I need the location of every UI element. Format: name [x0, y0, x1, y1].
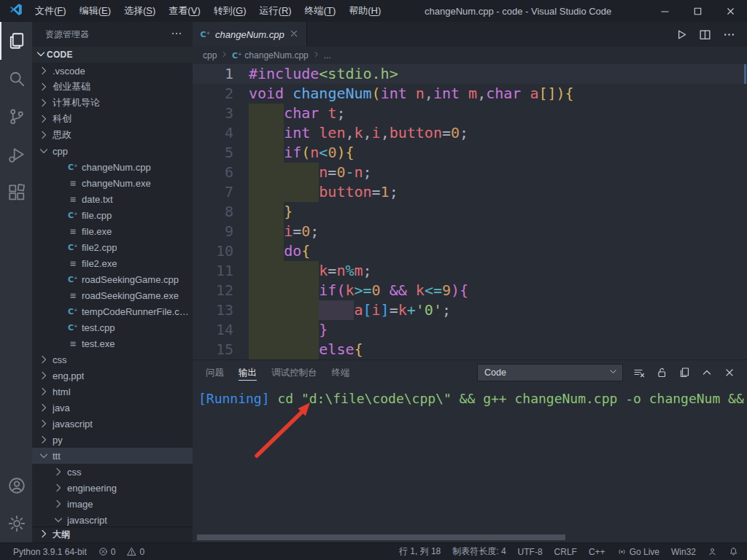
workspace-section-header[interactable]: CODE [32, 47, 193, 63]
panel-tab[interactable]: 输出 [239, 360, 257, 385]
menu-item[interactable]: 选择(S) [117, 0, 162, 22]
tree-item[interactable]: image [32, 496, 193, 512]
window-control-minimize[interactable] [649, 0, 681, 22]
code-line-13[interactable]: 13 a[i]=k+'0'; [193, 300, 747, 320]
tree-item[interactable]: C⁺file.cpp [32, 207, 193, 223]
tree-item[interactable]: ≡roadSeekingGame.exe [32, 287, 193, 303]
tree-item[interactable]: eng,ppt [32, 368, 193, 384]
code-line-9[interactable]: 9 i=0; [193, 222, 747, 241]
status-item-win32[interactable]: Win32 [671, 547, 696, 557]
panel-tab[interactable]: 调试控制台 [271, 360, 317, 385]
close-icon[interactable] [724, 367, 735, 378]
code-line-12[interactable]: 12 if(k>=0 && k<=9){ [193, 281, 747, 300]
code-line-6[interactable]: 6 n=0-n; [193, 163, 747, 182]
code-line-14[interactable]: 14 } [193, 320, 747, 340]
window-control-close[interactable] [714, 0, 747, 22]
status-item-c-[interactable]: C++ [589, 547, 605, 557]
tab-changenum-cpp[interactable]: C⁺ changeNum.cpp [193, 22, 307, 47]
status-item-crlf[interactable]: CRLF [554, 547, 577, 557]
activity-item-settings-gear[interactable] [0, 505, 32, 542]
close-icon[interactable] [289, 28, 299, 39]
outline-section-header[interactable]: 大纲 [32, 526, 193, 542]
tree-item[interactable]: C⁺file2.cpp [32, 239, 193, 255]
tree-item[interactable]: cpp [32, 143, 193, 159]
output-console[interactable]: [Running] cd "d:\file\code\cpp\" && g++ … [193, 385, 747, 408]
explorer-more-actions[interactable] [171, 28, 182, 42]
menu-item[interactable]: 帮助(H) [342, 0, 387, 22]
status-item-utf-8[interactable]: UTF-8 [518, 547, 543, 557]
code-line-10[interactable]: 10 do{ [193, 241, 747, 261]
breadcrumb-item[interactable]: ... [324, 50, 331, 61]
code-line-8[interactable]: 8 } [193, 202, 747, 222]
code-line-11[interactable]: 11 k=n%m; [193, 261, 747, 281]
menu-item[interactable]: 运行(R) [253, 0, 298, 22]
tree-item[interactable]: ≡file.exe [32, 223, 193, 239]
status-item-feedback-icon[interactable] [708, 547, 717, 556]
tree-item[interactable]: 创业基础 [32, 79, 193, 95]
menu-item[interactable]: 终端(T) [298, 0, 343, 22]
breadcrumb-item[interactable]: C⁺changeNum.cpp [232, 50, 308, 61]
tree-item[interactable]: html [32, 384, 193, 400]
tree-item[interactable]: ≡date.txt [32, 191, 193, 207]
activity-item-account[interactable] [0, 467, 32, 505]
activity-item-source-control[interactable] [0, 98, 32, 136]
tree-item[interactable]: 计算机导论 [32, 95, 193, 111]
tree-item[interactable]: ≡changeNum.exe [32, 175, 193, 191]
tree-item[interactable]: ≡file2.exe [32, 255, 193, 271]
panel-tab[interactable]: 终端 [332, 360, 350, 385]
code-line-4[interactable]: 4 int len,k,i,button=0; [193, 123, 747, 143]
tree-item[interactable]: engineering [32, 480, 193, 496]
panel-horizontal-scrollbar[interactable] [197, 534, 565, 540]
window-control-maximize[interactable] [681, 0, 714, 22]
tree-item[interactable]: ≡test.exe [32, 335, 193, 351]
activity-item-extensions[interactable] [0, 174, 32, 211]
tab-close-slot[interactable] [289, 28, 299, 41]
menu-item[interactable]: 转到(G) [207, 0, 253, 22]
tree-item[interactable]: C⁺roadSeekingGame.cpp [32, 271, 193, 287]
tree-item[interactable]: css [32, 351, 193, 368]
menu-item[interactable]: 编辑(E) [73, 0, 117, 22]
tree-item[interactable]: javascript [32, 416, 193, 432]
code-line-7[interactable]: 7 button=1; [193, 182, 747, 202]
tree-item[interactable]: C⁺test.cpp [32, 319, 193, 335]
status-item-go-live[interactable]: Go Live [617, 547, 659, 557]
code-line-3[interactable]: 3 char t; [193, 104, 747, 123]
chevron-up-icon[interactable] [701, 367, 713, 378]
activity-item-search[interactable] [0, 60, 32, 98]
line-number: 11 [193, 261, 233, 281]
code-line-15[interactable]: 15 else{ [193, 340, 747, 359]
status-item--4[interactable]: 制表符长度: 4 [452, 545, 506, 558]
split-editor-icon[interactable] [699, 28, 711, 41]
tree-item[interactable]: 思政 [32, 127, 193, 143]
breadcrumb-item[interactable]: cpp [203, 50, 217, 61]
tree-item[interactable]: ttt [32, 448, 193, 464]
clear-output-icon[interactable] [633, 367, 645, 378]
code-line-2[interactable]: 2void changeNum(int n,int m,char a[]){ [193, 84, 747, 104]
tree-item[interactable]: 科创 [32, 111, 193, 127]
code-line-5[interactable]: 5 if(n<0){ [193, 143, 747, 163]
status-item-python-3-9-1-64-bit[interactable]: Python 3.9.1 64-bit [13, 547, 87, 557]
run-icon[interactable] [675, 28, 687, 41]
status-item--1-18[interactable]: 行 1, 列 18 [399, 545, 441, 558]
tree-item[interactable]: java [32, 400, 193, 416]
tree-item[interactable]: C⁺tempCodeRunnerFile.cpp [32, 303, 193, 319]
output-channel-select[interactable]: Code [477, 364, 623, 381]
tree-item[interactable]: css [32, 464, 193, 480]
tree-item[interactable]: py [32, 432, 193, 448]
unlock-icon[interactable] [656, 367, 667, 378]
line-text: } [233, 320, 328, 340]
tree-item[interactable]: .vscode [32, 63, 193, 79]
activity-item-files[interactable] [0, 22, 32, 60]
panel-tab[interactable]: 问题 [206, 360, 224, 385]
activity-item-run-debug[interactable] [0, 136, 32, 174]
status-item-0[interactable]: 0 [127, 547, 144, 557]
code-line-1[interactable]: 1#include<stdio.h> [193, 64, 747, 84]
status-item-bell-icon[interactable] [729, 547, 738, 556]
more-actions-icon[interactable] [723, 28, 735, 41]
menu-item[interactable]: 文件(F) [28, 0, 73, 22]
open-editor-icon[interactable] [678, 367, 690, 378]
tree-item[interactable]: javascript [32, 512, 193, 526]
tree-item[interactable]: C⁺changeNum.cpp [32, 159, 193, 175]
status-item-0[interactable]: 0 [98, 547, 116, 557]
menu-item[interactable]: 查看(V) [162, 0, 206, 22]
